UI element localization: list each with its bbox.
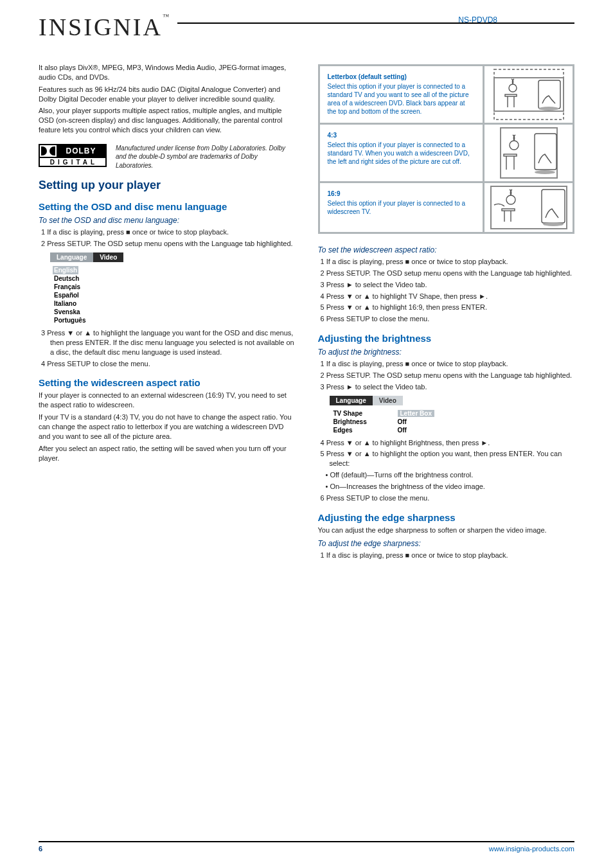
osd-video-val-tvshape: Letter Box (398, 410, 434, 417)
osd-lang-step-2: 2 Press SETUP. The OSD setup menu opens … (50, 239, 296, 249)
aspect-row-4-3: 4:3 Select this option if your player is… (320, 123, 573, 181)
osd-lang-step-3: 3 Press ▼ or ▲ to highlight the language… (50, 328, 296, 357)
osd-tab-language: Language (50, 252, 93, 262)
osd-lang-item-svenska: Svenska (53, 308, 159, 316)
aspect-body-2: If your TV is a standard (4:3) TV, you d… (39, 412, 296, 441)
dolby-digital-word: DIGITAL (39, 158, 107, 167)
heading-aspect-ratio: Setting the widescreen aspect ratio (39, 377, 296, 388)
aspect-img-letterbox (483, 66, 573, 123)
bright-step-3: 3 Press ► to select the Video tab. (330, 382, 575, 392)
osd-lang-item-francais: Français (53, 283, 159, 291)
aspect-title-4-3: 4:3 (328, 131, 475, 139)
aspect-text-4-3: Select this option if your player is con… (328, 141, 470, 165)
heading-brightness: Adjusting the brightness (318, 333, 575, 344)
aspect-body-1: If your player is connected to an extern… (39, 391, 296, 410)
brand-logo-text: INSIGNIA (39, 13, 163, 40)
page-footer: 6 www.insignia-products.com (39, 841, 574, 853)
aspect-desc-4-3: 4:3 Select this option if your player is… (320, 125, 483, 181)
osd-video-val-edges: Off (398, 427, 407, 434)
bright-intro: To adjust the brightness: (318, 348, 575, 357)
ws-step-2: 2 Press SETUP. The OSD setup menu opens … (330, 269, 575, 278)
edge-intro: To adjust the edge sharpness: (318, 539, 575, 548)
ws-step-3: 3 Press ► to select the Video tab. (330, 280, 575, 290)
osd-lang-item-english: English (53, 266, 78, 274)
osd-video-menu-screenshot: Language Video TV Shape Letter Box Brigh… (330, 396, 458, 434)
osd-video-label-brightness: Brightness (333, 418, 378, 425)
ws-step-4: 4 Press ▼ or ▲ to highlight TV Shape, th… (330, 292, 575, 301)
heading-setting-up: Setting up your player (39, 179, 296, 192)
osd-tab-language-2: Language (330, 396, 373, 405)
aspect-title-letterbox: Letterbox (default setting) (328, 73, 475, 81)
header-rule (177, 22, 574, 24)
aspect-title-16-9: 16:9 (328, 190, 475, 198)
aspect-desc-16-9: 16:9 Select this option if your player i… (320, 183, 483, 232)
page-number: 6 (39, 845, 42, 853)
ws-step-6: 6 Press SETUP to close the menu. (330, 314, 575, 324)
dolby-double-d-icon (40, 145, 57, 157)
svg-rect-1 (494, 78, 564, 111)
osd-video-label-tvshape: TV Shape (333, 410, 378, 417)
osd-lang-step-1: 1 If a disc is playing, press ■ once or … (50, 227, 296, 237)
osd-video-row-brightness: Brightness Off (332, 418, 458, 426)
osd-video-label-edges: Edges (333, 427, 378, 434)
osd-video-val-brightness: Off (398, 418, 407, 425)
dolby-word: DOLBY (57, 145, 105, 157)
fireplace-16-9-icon (490, 186, 567, 229)
ws-step-5: 5 Press ▼ or ▲ to highlight 16:9, then p… (330, 303, 575, 312)
bright-step-2: 2 Press SETUP. The OSD setup menu opens … (330, 371, 575, 380)
aspect-desc-letterbox: Letterbox (default setting) Select this … (320, 66, 483, 123)
bright-step-1: 1 If a disc is playing, press ■ once or … (330, 359, 575, 369)
ws-intro: To set the widescreen aspect ratio: (318, 245, 575, 254)
osd-lang-item-italiano: Italiano (53, 299, 159, 308)
osd-tab-video: Video (93, 252, 123, 262)
osd-video-row-edges: Edges Off (332, 426, 458, 434)
heading-osd-language: Setting the OSD and disc menu language (39, 201, 296, 212)
aspect-row-letterbox: Letterbox (default setting) Select this … (320, 66, 573, 123)
bright-bullet-on: • On—Increases the brightness of the vid… (332, 482, 575, 492)
osd-video-row-tvshape: TV Shape Letter Box (332, 409, 458, 418)
osd-language-menu-screenshot: Language Video English Deutsch Français … (50, 252, 159, 324)
bright-bullet-off: • Off (default)—Turns off the brightness… (332, 470, 575, 480)
brand-tm: ™ (163, 13, 171, 20)
osd-lang-item-espanol: Español (53, 291, 159, 299)
fireplace-letterbox-icon (493, 69, 564, 120)
svg-point-3 (538, 107, 559, 111)
fireplace-4-3-icon (500, 127, 558, 179)
ws-step-1: 1 If a disc is playing, press ■ once or … (330, 257, 575, 267)
intro-paragraph-3: Also, your player supports multiple aspe… (39, 106, 296, 135)
aspect-text-16-9: Select this option if your player is con… (328, 200, 466, 215)
heading-edge-sharpness: Adjusting the edge sharpness (318, 512, 575, 523)
aspect-body-3: After you select an aspect ratio, the se… (39, 444, 296, 463)
aspect-text-letterbox: Select this option if your player is con… (328, 83, 469, 115)
svg-point-17 (543, 222, 564, 226)
aspect-img-16-9 (483, 183, 573, 232)
model-number: NS-PDVD8 (458, 15, 497, 24)
bright-step-5: 5 Press ▼ or ▲ to highlight the option y… (330, 449, 575, 468)
footer-url: www.insignia-products.com (489, 845, 574, 853)
aspect-ratio-table: Letterbox (default setting) Select this … (318, 64, 575, 234)
svg-point-10 (535, 170, 555, 174)
bright-step-6: 6 Press SETUP to close the menu. (330, 493, 575, 503)
osd-tab-video-2: Video (373, 396, 403, 405)
edge-step-1: 1 If a disc is playing, press ■ once or … (330, 551, 575, 560)
osd-lang-step-4: 4 Press SETUP to close the menu. (50, 359, 296, 369)
brand-logo: INSIGNIA™ (39, 13, 171, 41)
dolby-digital-logo: DOLBY DIGITAL (39, 144, 107, 167)
aspect-row-16-9: 16:9 Select this option if your player i… (320, 181, 573, 232)
osd-lang-item-portugues: Português (53, 316, 159, 324)
dolby-license-note: Manufactured under license from Dolby La… (116, 144, 296, 170)
intro-paragraph-1: It also plays DivX®, MPEG, MP3, Windows … (39, 63, 296, 82)
intro-paragraph-2: Features such as 96 kHz/24 bits audio DA… (39, 85, 296, 104)
aspect-img-4-3 (483, 125, 573, 181)
osd-lang-intro: To set the OSD and disc menu language: (39, 216, 296, 225)
edge-paragraph: You can adjust the edge sharpness to sof… (318, 526, 575, 535)
bright-step-4: 4 Press ▼ or ▲ to highlight Brightness, … (330, 438, 575, 448)
osd-lang-item-deutsch: Deutsch (53, 274, 159, 283)
